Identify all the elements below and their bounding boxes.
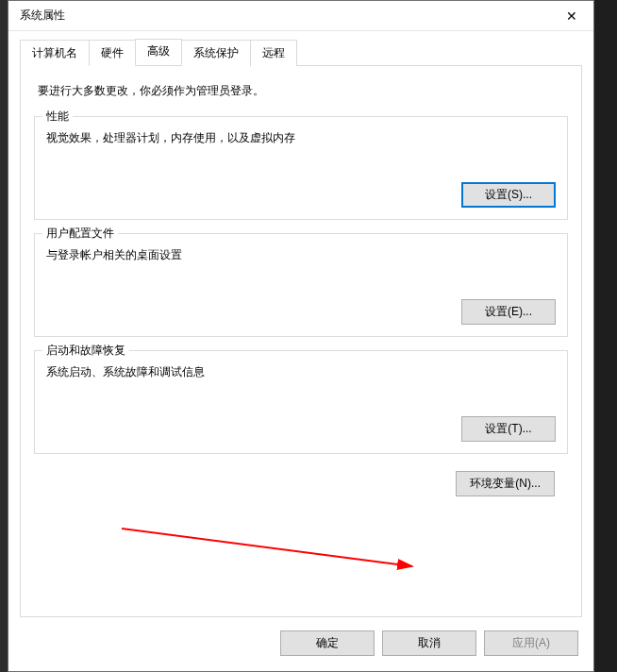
system-properties-dialog: 系统属性 ✕ 计算机名 硬件 高级 系统保护 远程 要进行大多数更改，你必须作为… bbox=[8, 0, 594, 672]
close-button[interactable]: ✕ bbox=[550, 1, 593, 31]
group-performance-legend: 性能 bbox=[42, 109, 73, 125]
apply-button[interactable]: 应用(A) bbox=[484, 630, 578, 656]
group-startup-recovery: 启动和故障恢复 系统启动、系统故障和调试信息 设置(T)... bbox=[34, 350, 568, 454]
tab-system-protection[interactable]: 系统保护 bbox=[181, 40, 251, 66]
group-user-profiles: 用户配置文件 与登录帐户相关的桌面设置 设置(E)... bbox=[34, 233, 568, 337]
tab-hardware[interactable]: 硬件 bbox=[89, 40, 136, 66]
performance-settings-button[interactable]: 设置(S)... bbox=[461, 182, 556, 208]
dialog-buttons: 确定 取消 应用(A) bbox=[20, 617, 582, 660]
tab-advanced[interactable]: 高级 bbox=[135, 39, 182, 65]
tabs: 计算机名 硬件 高级 系统保护 远程 bbox=[20, 39, 582, 66]
cancel-button[interactable]: 取消 bbox=[382, 630, 476, 656]
ok-button[interactable]: 确定 bbox=[280, 630, 375, 656]
group-startup-recovery-desc: 系统启动、系统故障和调试信息 bbox=[46, 364, 556, 380]
group-performance: 性能 视觉效果，处理器计划，内存使用，以及虚拟内存 设置(S)... bbox=[34, 116, 568, 220]
group-startup-recovery-legend: 启动和故障恢复 bbox=[42, 343, 129, 359]
environment-variables-button[interactable]: 环境变量(N)... bbox=[456, 471, 555, 496]
user-profiles-settings-button[interactable]: 设置(E)... bbox=[461, 299, 556, 325]
startup-recovery-settings-button[interactable]: 设置(T)... bbox=[461, 416, 556, 442]
window-title: 系统属性 bbox=[20, 8, 65, 24]
close-icon: ✕ bbox=[566, 8, 577, 24]
titlebar: 系统属性 ✕ bbox=[8, 1, 593, 31]
group-user-profiles-desc: 与登录帐户相关的桌面设置 bbox=[46, 247, 556, 263]
tab-remote[interactable]: 远程 bbox=[250, 40, 297, 66]
tab-computer-name[interactable]: 计算机名 bbox=[20, 40, 90, 66]
dialog-body: 计算机名 硬件 高级 系统保护 远程 要进行大多数更改，你必须作为管理员登录。 … bbox=[8, 31, 593, 671]
group-performance-desc: 视觉效果，处理器计划，内存使用，以及虚拟内存 bbox=[46, 130, 556, 146]
group-user-profiles-legend: 用户配置文件 bbox=[42, 226, 118, 242]
admin-note: 要进行大多数更改，你必须作为管理员登录。 bbox=[34, 83, 568, 99]
tab-content-advanced: 要进行大多数更改，你必须作为管理员登录。 性能 视觉效果，处理器计划，内存使用，… bbox=[20, 66, 582, 617]
